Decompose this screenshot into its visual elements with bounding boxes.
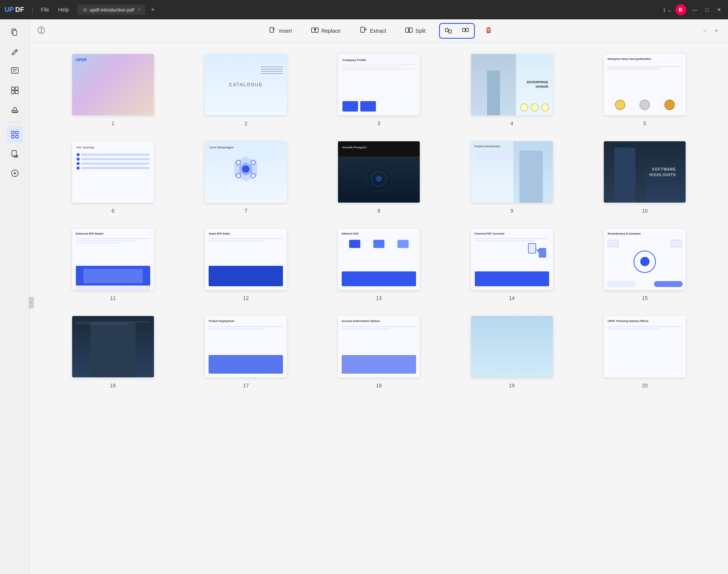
j-dot-2	[77, 158, 80, 161]
compress-btn-1[interactable]	[440, 24, 457, 38]
replace-btn[interactable]: Replace	[305, 24, 346, 38]
converter-blue-bar	[475, 271, 549, 286]
page-num-9: 9	[510, 208, 513, 214]
page-thumb-1[interactable]: UPDF	[72, 54, 154, 115]
blue-box-2	[360, 101, 376, 112]
page-thumb-19[interactable]	[471, 316, 553, 377]
page-thumb-18[interactable]: Account Authorization Options	[338, 316, 420, 377]
svg-point-39	[236, 173, 241, 178]
building-16	[90, 322, 135, 378]
svg-point-38	[251, 160, 255, 164]
compress-btn-2[interactable]	[457, 24, 474, 38]
sidebar-item-pages[interactable]	[6, 24, 23, 41]
insert-btn[interactable]: Insert	[263, 24, 298, 38]
page-item-9: Product Introduction	[451, 141, 573, 214]
sidebar-item-organize[interactable]	[6, 82, 23, 99]
maximize-btn[interactable]: □	[703, 6, 711, 13]
page-num-14: 14	[509, 295, 515, 301]
minimize-btn[interactable]: —	[690, 6, 700, 13]
split-icon	[405, 26, 413, 36]
converter-text: Powerful PDF Converter	[475, 232, 505, 235]
page-thumb-4[interactable]: ENTERPRISE HONOR	[471, 54, 553, 115]
active-tab[interactable]: ⊘ updf-introduction-pdf ×	[78, 4, 145, 15]
journey-row-3	[77, 162, 149, 165]
page-thumb-15[interactable]: Revolutionary AI Assistant	[604, 229, 686, 290]
page-thumb-20[interactable]: UPDF: Powering Industry Offices	[604, 316, 686, 377]
delete-btn[interactable]	[482, 24, 495, 38]
svg-rect-29	[445, 28, 448, 32]
thumb-content-18: Account Authorization Options	[338, 316, 420, 377]
lines-16	[76, 320, 150, 325]
extract-btn[interactable]: Extract	[354, 24, 392, 38]
svg-point-19	[41, 32, 42, 32]
page-thumb-17[interactable]: Product Deployment	[205, 316, 287, 377]
page-thumb-9[interactable]: Product Introduction	[471, 141, 553, 203]
offices-text: UPDF: Powering Industry Offices	[608, 320, 648, 322]
svg-rect-16	[12, 151, 16, 156]
page-thumb-5[interactable]: Enterprise Honor And Qualification	[604, 54, 686, 115]
page-num-10: 10	[642, 208, 648, 214]
j-bar-1	[81, 154, 149, 156]
page-thumb-12[interactable]: Smart PDF Editor	[205, 229, 287, 290]
sw-hl-content: SOFTWARE HIGHLIGHTS	[604, 141, 680, 203]
svg-rect-13	[16, 131, 18, 134]
ocr-icon-1	[349, 240, 360, 248]
pages-scroll[interactable]: UPDF 1 CATALOGUE	[30, 43, 728, 574]
tab-close-btn[interactable]: ×	[138, 7, 140, 12]
help-menu[interactable]: Help	[55, 5, 72, 14]
svg-rect-1	[13, 30, 17, 35]
svg-rect-7	[15, 87, 18, 90]
line-3	[261, 71, 283, 72]
sidebar-item-stamp[interactable]	[6, 101, 23, 118]
page-item-8: Growth Prospect	[318, 141, 440, 214]
svg-rect-15	[16, 135, 18, 138]
svg-rect-14	[12, 135, 14, 138]
company-profile-text: Company Profile	[342, 58, 366, 62]
svg-rect-12	[12, 131, 14, 134]
ocr-icons	[342, 240, 415, 248]
thumb-content-4: ENTERPRISE HONOR	[471, 54, 553, 115]
zoom-in-btn[interactable]: +	[712, 26, 721, 36]
page-thumb-11[interactable]: Enhanced PDF Reader	[72, 229, 154, 290]
page-thumb-13[interactable]: Efficient OCR	[338, 229, 420, 290]
page-thumb-6[interactable]: Our Journey	[72, 141, 154, 203]
sidebar-item-thumbnails[interactable]	[6, 126, 23, 143]
building-left-10	[604, 141, 646, 203]
journey-row-1	[77, 153, 149, 156]
ocr-icon-2	[373, 240, 384, 248]
thumb-content-7: Core Advantages	[205, 141, 287, 203]
page-thumb-8[interactable]: Growth Prospect	[338, 141, 420, 203]
user-avatar[interactable]: B	[675, 4, 686, 15]
close-btn[interactable]: ✕	[715, 6, 724, 13]
new-tab-btn[interactable]: +	[151, 6, 155, 14]
page-item-15: Revolutionary AI Assistant	[584, 229, 706, 301]
page-item-3: Company Profile 3	[318, 54, 440, 126]
ai-dot-1	[608, 240, 619, 247]
page-thumb-7[interactable]: Core Advantages	[205, 141, 287, 203]
svg-rect-26	[406, 28, 409, 32]
growth-text: Growth Prospect	[342, 146, 366, 149]
page-thumb-2[interactable]: CATALOGUE	[205, 54, 287, 115]
file-menu[interactable]: File	[38, 5, 52, 14]
svg-point-40	[251, 173, 255, 178]
page-num-12: 12	[243, 295, 249, 301]
sidebar-item-compress[interactable]	[6, 165, 23, 182]
svg-rect-9	[15, 91, 18, 94]
thumb-content-19	[471, 316, 553, 377]
page-dropdown-arrow[interactable]: ⌄	[667, 7, 671, 13]
product-intro-text: Product Introduction	[475, 145, 500, 148]
zoom-out-btn[interactable]: −	[701, 26, 709, 36]
page-thumb-14[interactable]: Powerful PDF Converter	[471, 229, 553, 290]
svg-rect-3	[12, 68, 18, 73]
sidebar-edge-btn[interactable]: ›	[29, 297, 34, 309]
sidebar-item-annotate[interactable]	[6, 62, 23, 80]
page-thumb-16[interactable]	[72, 316, 154, 377]
sidebar-item-extract[interactable]	[6, 145, 23, 162]
page-thumb-3[interactable]: Company Profile	[338, 54, 420, 115]
page-thumb-10[interactable]: SOFTWARE HIGHLIGHTS	[604, 141, 686, 203]
help-btn[interactable]	[37, 26, 45, 36]
pages-grid: UPDF 1 CATALOGUE	[52, 54, 706, 388]
sidebar-item-edit[interactable]	[6, 43, 23, 60]
split-btn[interactable]: Split	[399, 24, 431, 38]
thumb-content-9: Product Introduction	[471, 141, 553, 203]
